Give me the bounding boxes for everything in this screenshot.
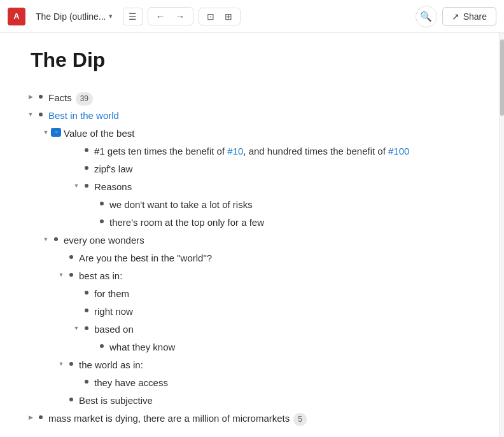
- search-icon: 🔍: [420, 11, 432, 22]
- item-text: for them: [92, 286, 473, 302]
- list-item[interactable]: ▶ mass market is dying, there are a mill…: [25, 410, 473, 427]
- page-title: The Dip: [31, 48, 473, 72]
- item-text: Best in the world: [46, 108, 473, 124]
- bullet: [97, 197, 107, 211]
- menu-button[interactable]: ☰: [123, 8, 143, 25]
- item-text: right now: [92, 303, 473, 320]
- toolbar: A The Dip (outline... ▾ ☰ ← → ⊡ ⊞ 🔍 ↗ Sh…: [0, 0, 504, 33]
- list-item[interactable]: ▼ Reasons: [71, 179, 473, 195]
- item-text: we don't want to take a lot of risks: [107, 197, 473, 213]
- outline-tree: ▶ Facts39 ▼ Best in the world ▼ ···: [25, 90, 473, 427]
- list-item[interactable]: there's room at the top only for a few: [87, 214, 473, 231]
- list-item[interactable]: ▼ every one wonders: [41, 232, 473, 249]
- item-text: Value of the best: [61, 125, 473, 142]
- link-10[interactable]: #10: [227, 146, 243, 156]
- content-area: The Dip ▶ Facts39 ▼ Best in the world ▼: [0, 33, 504, 437]
- view-grid-button[interactable]: ⊞: [222, 10, 235, 23]
- link-100[interactable]: #100: [388, 146, 409, 156]
- bullet: [51, 232, 61, 246]
- toggle-icon[interactable]: ▼: [56, 268, 66, 282]
- list-item[interactable]: Best is subjective: [56, 392, 473, 409]
- share-label: Share: [463, 11, 487, 22]
- list-item[interactable]: ▼ based on: [71, 321, 473, 338]
- bullet: [66, 268, 76, 282]
- nav-group: ← →: [148, 7, 193, 25]
- item-text: what they know: [107, 339, 473, 356]
- list-item[interactable]: ▶ Facts39: [25, 90, 473, 106]
- bullet: [81, 375, 92, 389]
- list-item[interactable]: ▼ ··· Value of the best: [41, 125, 473, 142]
- list-item[interactable]: zipf's law: [71, 161, 473, 177]
- bullet: [97, 339, 107, 353]
- back-button[interactable]: ←: [152, 10, 169, 23]
- item-text: Are you the best in the "world"?: [76, 250, 473, 267]
- list-item[interactable]: what they know: [87, 339, 473, 356]
- hamburger-icon: ☰: [129, 11, 137, 22]
- list-item[interactable]: they have access: [71, 375, 473, 391]
- list-item[interactable]: ▼ Best in the world: [25, 108, 473, 124]
- share-icon: ↗: [452, 11, 459, 22]
- view-group: ⊡ ⊞: [199, 8, 241, 25]
- list-item[interactable]: Are you the best in the "world"?: [56, 250, 473, 267]
- list-item[interactable]: ▼ the world as in:: [56, 357, 473, 373]
- list-item[interactable]: #1 gets ten times the benefit of #10, an…: [71, 143, 473, 160]
- bullet: [66, 392, 76, 406]
- document-title-text: The Dip (outline...: [36, 11, 106, 22]
- bullet: [81, 143, 92, 157]
- toggle-icon[interactable]: ▼: [56, 357, 66, 371]
- toggle-icon[interactable]: ▼: [25, 108, 36, 121]
- toggle-icon[interactable]: ▼: [41, 125, 51, 139]
- bullet: [66, 250, 76, 264]
- indent-block: we don't want to take a lot of risks the…: [71, 197, 473, 231]
- bullet: [81, 321, 92, 335]
- item-text: based on: [92, 321, 473, 338]
- search-button[interactable]: 🔍: [416, 6, 437, 27]
- indent-block: for them right now ▼ based on: [56, 286, 473, 356]
- list-item[interactable]: we don't want to take a lot of risks: [87, 197, 473, 213]
- document-title-button[interactable]: The Dip (outline... ▾: [31, 9, 118, 24]
- bullet: [81, 179, 92, 193]
- forward-button[interactable]: →: [172, 10, 189, 23]
- indent-block: they have access: [56, 375, 473, 391]
- bullet: [97, 214, 107, 228]
- item-text: mass market is dying, there are a millio…: [46, 410, 473, 427]
- bullet: [36, 410, 46, 424]
- indent-block: ▼ every one wonders Are you the best in …: [25, 232, 473, 409]
- item-text: Facts39: [46, 90, 473, 106]
- item-text: they have access: [92, 375, 473, 391]
- bullet-icon-container: ···: [51, 125, 61, 139]
- list-item[interactable]: right now: [71, 303, 473, 320]
- badge: 39: [76, 92, 93, 106]
- list-item[interactable]: for them: [71, 286, 473, 302]
- item-text: the world as in:: [76, 357, 473, 373]
- indent-block: #1 gets ten times the benefit of #10, an…: [41, 143, 473, 231]
- item-text: zipf's law: [92, 161, 473, 177]
- item-text: Best is subjective: [76, 392, 473, 409]
- grid-view-icon: ⊞: [225, 11, 232, 22]
- chevron-down-icon: ▾: [109, 12, 113, 20]
- indent-block: ▼ ··· Value of the best #1 gets ten time…: [25, 125, 473, 231]
- item-text: #1 gets ten times the benefit of #10, an…: [92, 143, 473, 160]
- view-outline-button[interactable]: ⊡: [204, 10, 217, 23]
- bullet: [36, 90, 46, 104]
- indent-block: what they know: [71, 339, 473, 356]
- badge: 5: [293, 413, 307, 426]
- item-text: there's room at the top only for a few: [107, 214, 473, 231]
- share-button[interactable]: ↗ Share: [442, 7, 496, 26]
- main-content: The Dip ▶ Facts39 ▼ Best in the world ▼: [0, 33, 499, 437]
- toggle-icon[interactable]: ▼: [71, 321, 81, 335]
- toggle-icon[interactable]: ▼: [41, 232, 51, 246]
- scrollbar[interactable]: [499, 33, 504, 437]
- toggle-icon[interactable]: ▶: [25, 410, 36, 424]
- scrollbar-thumb[interactable]: [500, 39, 504, 116]
- list-item[interactable]: ▼ best as in:: [56, 268, 473, 284]
- bullet: [81, 161, 92, 175]
- item-text: every one wonders: [61, 232, 473, 249]
- app-logo: A: [8, 8, 25, 25]
- bullet: [81, 286, 92, 300]
- bullet: [66, 357, 76, 371]
- item-text: Reasons: [92, 179, 473, 195]
- outline-view-icon: ⊡: [207, 11, 214, 22]
- toggle-icon[interactable]: ▶: [25, 90, 36, 104]
- toggle-icon[interactable]: ▼: [71, 179, 81, 193]
